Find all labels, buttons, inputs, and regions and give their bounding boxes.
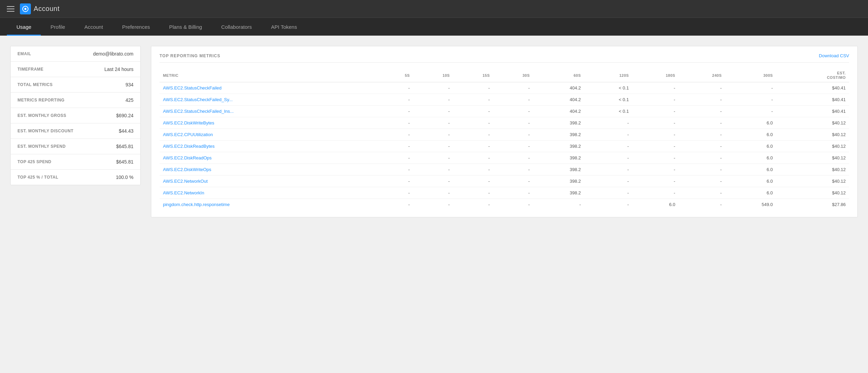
cell-30s: - <box>493 176 533 187</box>
cell-15s: - <box>453 176 493 187</box>
metric-link[interactable]: AWS.EC2.StatusCheckFailed_Ins... <box>163 109 234 114</box>
cell-120s: - <box>584 187 632 199</box>
cell-120s: - <box>584 199 632 210</box>
cell-60s: 398.2 <box>533 141 584 152</box>
cell-30s: - <box>493 106 533 117</box>
col-cost: EST.COST/MO <box>776 69 849 82</box>
info-label: TOP 425 % / TOTAL <box>17 175 58 180</box>
app-logo <box>20 3 31 14</box>
cell-120s: < 0.1 <box>584 94 632 106</box>
metric-link[interactable]: pingdom.check.http.responsetime <box>163 202 230 207</box>
tab-usage[interactable]: Usage <box>7 19 41 36</box>
cell-240s: - <box>679 152 725 164</box>
metric-link[interactable]: AWS.EC2.DiskWriteOps <box>163 167 211 172</box>
metric-link[interactable]: AWS.EC2.StatusCheckFailed <box>163 85 222 91</box>
cell-15s: - <box>453 141 493 152</box>
col-15s: 15S <box>453 69 493 82</box>
metric-link[interactable]: AWS.EC2.StatusCheckFailed_Sy... <box>163 97 233 102</box>
info-label: TOP 425 SPEND <box>17 159 51 164</box>
tab-preferences[interactable]: Preferences <box>113 19 160 36</box>
tab-api-tokens[interactable]: API Tokens <box>261 19 307 36</box>
tab-navigation: Usage Profile Account Preferences Plans … <box>0 18 868 36</box>
cell-180s: - <box>632 187 679 199</box>
metric-name-cell: AWS.EC2.DiskWriteBytes <box>160 117 380 129</box>
tab-plans-billing[interactable]: Plans & Billing <box>160 19 212 36</box>
cell-5s: - <box>380 106 413 117</box>
cell-5s: - <box>380 82 413 94</box>
info-row: TOTAL METRICS 934 <box>11 77 140 93</box>
metric-link[interactable]: AWS.EC2.NetworkIn <box>163 190 204 195</box>
metric-link[interactable]: AWS.EC2.DiskReadOps <box>163 155 212 160</box>
cell-120s: - <box>584 117 632 129</box>
cell-30s: - <box>493 94 533 106</box>
cell-300s: 6.0 <box>725 152 776 164</box>
cell-15s: - <box>453 117 493 129</box>
info-label: TOTAL METRICS <box>17 82 53 87</box>
cell-5s: - <box>380 152 413 164</box>
tab-collaborators[interactable]: Collaborators <box>212 19 261 36</box>
cell-30s: - <box>493 164 533 176</box>
cell-60s: 398.2 <box>533 152 584 164</box>
cell-180s: - <box>632 117 679 129</box>
cell-cost: $40.12 <box>776 176 849 187</box>
cell-5s: - <box>380 94 413 106</box>
col-60s: 60S <box>533 69 584 82</box>
info-row: TIMEFRAME Last 24 hours <box>11 62 140 77</box>
info-label: EST. MONTHLY SPEND <box>17 144 66 149</box>
col-5s: 5S <box>380 69 413 82</box>
cell-15s: - <box>453 94 493 106</box>
cell-15s: - <box>453 164 493 176</box>
cell-10s: - <box>413 82 453 94</box>
cell-120s: < 0.1 <box>584 82 632 94</box>
cell-15s: - <box>453 106 493 117</box>
cell-15s: - <box>453 129 493 141</box>
info-value: 100.0 % <box>116 175 133 180</box>
cell-30s: - <box>493 187 533 199</box>
col-10s: 10S <box>413 69 453 82</box>
cell-300s: 6.0 <box>725 164 776 176</box>
top-bar: Account <box>0 0 868 18</box>
cell-120s: - <box>584 141 632 152</box>
metric-name-cell: AWS.EC2.DiskWriteOps <box>160 164 380 176</box>
cell-10s: - <box>413 164 453 176</box>
cell-240s: - <box>679 106 725 117</box>
tab-account[interactable]: Account <box>75 19 113 36</box>
download-csv-link[interactable]: Download CSV <box>819 53 849 58</box>
cell-300s: 6.0 <box>725 141 776 152</box>
cell-30s: - <box>493 141 533 152</box>
col-30s: 30S <box>493 69 533 82</box>
metric-link[interactable]: AWS.EC2.NetworkOut <box>163 179 208 184</box>
cell-60s: 398.2 <box>533 176 584 187</box>
cell-30s: - <box>493 129 533 141</box>
cell-60s: - <box>533 199 584 210</box>
cell-300s: 6.0 <box>725 187 776 199</box>
cell-60s: 398.2 <box>533 164 584 176</box>
metric-link[interactable]: AWS.EC2.DiskReadBytes <box>163 144 215 149</box>
metric-link[interactable]: AWS.EC2.DiskWriteBytes <box>163 120 214 125</box>
cell-5s: - <box>380 176 413 187</box>
cell-240s: - <box>679 94 725 106</box>
cell-30s: - <box>493 199 533 210</box>
tab-profile[interactable]: Profile <box>41 19 75 36</box>
cell-300s: - <box>725 94 776 106</box>
info-value: 934 <box>126 82 133 87</box>
cell-120s: < 0.1 <box>584 106 632 117</box>
cell-10s: - <box>413 187 453 199</box>
info-row: TOP 425 % / TOTAL 100.0 % <box>11 170 140 185</box>
cell-15s: - <box>453 152 493 164</box>
metric-name-cell: AWS.EC2.StatusCheckFailed_Ins... <box>160 106 380 117</box>
metric-link[interactable]: AWS.EC2.CPUUtilization <box>163 132 213 137</box>
cell-cost: $40.41 <box>776 94 849 106</box>
table-row: AWS.EC2.NetworkIn - - - - 398.2 - - - 6.… <box>160 187 849 199</box>
cell-10s: - <box>413 106 453 117</box>
info-label: EMAIL <box>17 51 31 56</box>
cell-120s: - <box>584 176 632 187</box>
metrics-table: METRIC 5S 10S 15S 30S 60S 120S 180S 240S… <box>160 69 849 210</box>
cell-180s: - <box>632 106 679 117</box>
hamburger-menu[interactable] <box>7 6 14 12</box>
metric-name-cell: AWS.EC2.StatusCheckFailed_Sy... <box>160 94 380 106</box>
cell-300s: 6.0 <box>725 117 776 129</box>
cell-300s: - <box>725 82 776 94</box>
table-row: AWS.EC2.DiskWriteOps - - - - 398.2 - - -… <box>160 164 849 176</box>
metric-name-cell: pingdom.check.http.responsetime <box>160 199 380 210</box>
